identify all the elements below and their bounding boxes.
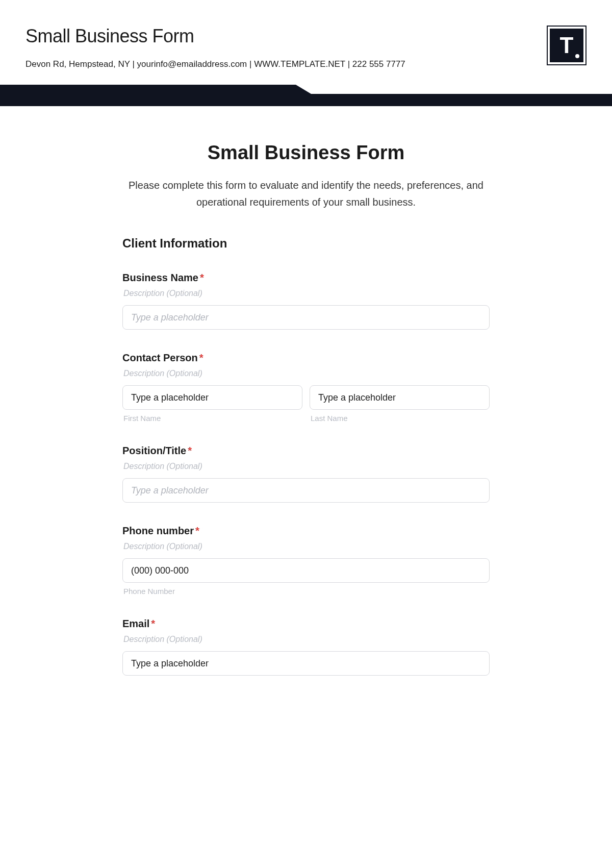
business-name-input[interactable] — [122, 305, 490, 330]
position-input[interactable] — [122, 478, 490, 503]
label-position: Position/Title* — [122, 445, 490, 457]
form-title: Small Business Form — [122, 142, 490, 164]
logo-letter: T — [560, 34, 574, 57]
required-asterisk: * — [200, 272, 204, 283]
logo-dot-icon — [575, 54, 579, 58]
desc-contact-person[interactable]: Description (Optional) — [122, 369, 490, 378]
label-business-name: Business Name* — [122, 272, 490, 284]
phone-input[interactable] — [122, 558, 490, 583]
divider-bar — [0, 85, 612, 106]
required-asterisk: * — [188, 445, 192, 456]
label-contact-person: Contact Person* — [122, 352, 490, 364]
desc-phone[interactable]: Description (Optional) — [122, 542, 490, 551]
header-text-block: Small Business Form Devon Rd, Hempstead,… — [26, 26, 547, 69]
desc-position[interactable]: Description (Optional) — [122, 462, 490, 471]
sublabel-first-name: First Name — [122, 414, 302, 423]
label-phone: Phone number* — [122, 525, 490, 537]
form-container: Small Business Form Please complete this… — [97, 106, 515, 708]
field-business-name: Business Name* Description (Optional) — [122, 272, 490, 330]
page-title: Small Business Form — [26, 26, 547, 47]
document-header: Small Business Form Devon Rd, Hempstead,… — [0, 0, 612, 80]
section-heading-client-info: Client Information — [122, 236, 490, 251]
desc-email[interactable]: Description (Optional) — [122, 635, 490, 644]
logo-icon: T — [547, 26, 586, 65]
first-name-input[interactable] — [122, 385, 302, 410]
desc-business-name[interactable]: Description (Optional) — [122, 289, 490, 298]
form-intro-text: Please complete this form to evaluate an… — [122, 177, 490, 211]
field-contact-person: Contact Person* Description (Optional) F… — [122, 352, 490, 423]
contact-info-line: Devon Rd, Hempstead, NY | yourinfo@email… — [26, 59, 547, 69]
field-phone: Phone number* Description (Optional) Pho… — [122, 525, 490, 596]
last-name-input[interactable] — [310, 385, 490, 410]
field-email: Email* Description (Optional) — [122, 618, 490, 676]
email-input[interactable] — [122, 651, 490, 676]
required-asterisk: * — [199, 352, 203, 363]
required-asterisk: * — [195, 525, 199, 536]
sublabel-phone: Phone Number — [122, 587, 490, 596]
required-asterisk: * — [151, 618, 155, 629]
label-email: Email* — [122, 618, 490, 630]
sublabel-last-name: Last Name — [310, 414, 490, 423]
field-position: Position/Title* Description (Optional) — [122, 445, 490, 503]
